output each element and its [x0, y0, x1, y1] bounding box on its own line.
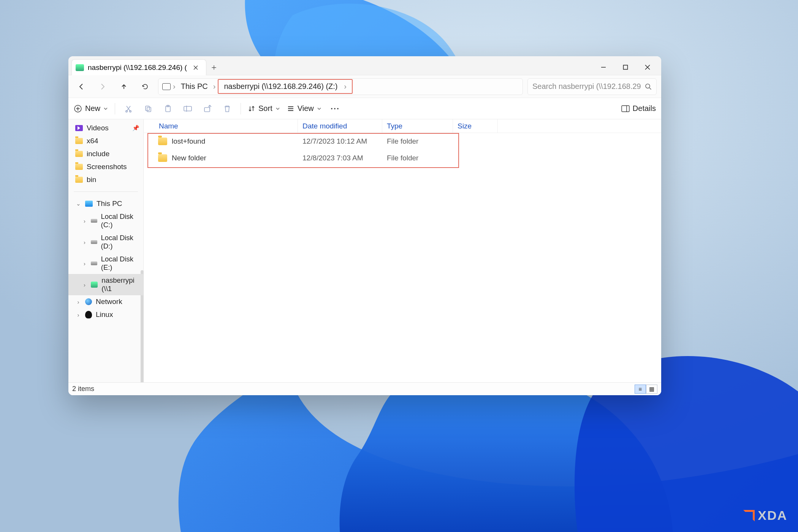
address-bar[interactable]: › This PC › nasberrypi (\\192.168.29.246… — [158, 78, 523, 95]
sidebar-item-nasberrypi[interactable]: › nasberrypi (\\1 — [68, 274, 143, 295]
chevron-right-icon: › — [173, 82, 176, 91]
plus-circle-icon — [74, 104, 82, 113]
sidebar-item-network[interactable]: › Network — [68, 295, 143, 308]
rename-button[interactable] — [181, 102, 194, 115]
folder-icon — [75, 177, 83, 183]
file-rows: lost+found 12/7/2023 10:12 AM File folde… — [144, 133, 661, 166]
up-button[interactable] — [116, 78, 132, 95]
close-window-button[interactable] — [638, 60, 657, 75]
navigation-bar: › This PC › nasberrypi (\\192.168.29.246… — [68, 75, 661, 98]
separator — [115, 103, 115, 114]
sidebar-item-screenshots[interactable]: Screenshots — [68, 160, 143, 173]
sidebar-divider — [74, 192, 138, 192]
svg-rect-15 — [622, 106, 629, 112]
tab-active[interactable]: nasberrypi (\\192.168.29.246) ( — [71, 59, 206, 75]
tab-close-button[interactable] — [191, 63, 201, 73]
details-pane-toggle[interactable]: Details — [621, 104, 656, 113]
view-icon — [287, 105, 294, 112]
folder-icon — [75, 164, 83, 170]
status-bar: 2 items ≡ ▦ — [68, 382, 661, 395]
sidebar-item-linux[interactable]: › Linux — [68, 308, 143, 321]
delete-button[interactable] — [221, 102, 234, 115]
column-header-size[interactable]: Size — [453, 119, 498, 133]
new-menu[interactable]: New — [74, 104, 108, 113]
chevron-down-icon — [103, 106, 108, 111]
chevron-down-icon — [317, 106, 321, 111]
breadcrumb-thispc[interactable]: This PC — [178, 81, 211, 92]
details-view-button[interactable]: ≡ — [635, 385, 646, 394]
view-menu[interactable]: View — [287, 104, 321, 113]
back-button[interactable] — [73, 78, 90, 95]
svg-point-12 — [331, 108, 332, 109]
svg-rect-7 — [147, 107, 151, 112]
separator — [241, 103, 241, 114]
copy-button[interactable] — [142, 102, 155, 115]
svg-point-14 — [337, 108, 339, 109]
paste-button[interactable] — [162, 102, 174, 115]
svg-point-2 — [646, 84, 650, 88]
view-mode-toggle: ≡ ▦ — [635, 385, 657, 394]
refresh-button[interactable] — [137, 78, 154, 95]
sidebar-item-disk-e[interactable]: › Local Disk (E:) — [68, 253, 143, 274]
titlebar: nasberrypi (\\192.168.29.246) ( ＋ — [68, 56, 661, 75]
chevron-right-icon: › — [344, 82, 347, 90]
sort-menu[interactable]: Sort — [248, 104, 280, 113]
new-tab-button[interactable]: ＋ — [206, 60, 222, 75]
main-area: Videos 📌 x64 include Screenshots — [68, 119, 661, 382]
chevron-down-icon — [276, 106, 280, 111]
column-header-type[interactable]: Type — [382, 119, 453, 133]
svg-point-13 — [334, 108, 336, 109]
maximize-button[interactable] — [616, 60, 635, 75]
column-header-date[interactable]: Date modified — [298, 119, 382, 133]
icons-view-button[interactable]: ▦ — [646, 385, 657, 394]
navigation-pane: Videos 📌 x64 include Screenshots — [68, 119, 144, 382]
share-button[interactable] — [201, 102, 214, 115]
more-button[interactable] — [328, 102, 341, 115]
column-header-name[interactable]: Name — [144, 119, 298, 133]
folder-icon — [75, 151, 83, 157]
search-placeholder: Search nasberrypi (\\192.168.29.2 — [532, 82, 641, 91]
svg-rect-11 — [204, 108, 210, 112]
network-drive-icon — [91, 282, 98, 288]
file-list-pane: Name Date modified Type Size lost+found … — [144, 119, 661, 382]
window-controls — [594, 58, 661, 75]
disk-icon — [91, 240, 97, 244]
tab-title: nasberrypi (\\192.168.29.246) ( — [88, 63, 187, 72]
sidebar-item-x64[interactable]: x64 — [68, 135, 143, 147]
sidebar-item-include[interactable]: include — [68, 147, 143, 160]
chevron-right-icon: › — [82, 218, 87, 224]
svg-rect-10 — [184, 106, 192, 111]
cut-button[interactable] — [122, 102, 135, 115]
pin-icon: 📌 — [132, 125, 139, 131]
xda-watermark: XDA — [743, 508, 787, 523]
sidebar-item-disk-c[interactable]: › Local Disk (C:) — [68, 210, 143, 231]
chevron-right-icon: › — [75, 312, 81, 318]
monitor-icon — [85, 201, 93, 207]
network-icon — [85, 298, 92, 305]
chevron-right-icon: › — [75, 299, 81, 305]
network-drive-icon — [76, 64, 84, 71]
sidebar-item-bin[interactable]: bin — [68, 173, 143, 186]
breadcrumb-current-highlighted[interactable]: nasberrypi (\\192.168.29.246) (Z:) › — [218, 79, 352, 94]
file-row[interactable]: lost+found 12/7/2023 10:12 AM File folde… — [144, 133, 661, 150]
xda-logo-icon — [743, 510, 755, 521]
chevron-right-icon: › — [82, 282, 87, 288]
minimize-button[interactable] — [594, 60, 613, 75]
sidebar-item-videos[interactable]: Videos 📌 — [68, 122, 143, 135]
forward-button[interactable] — [94, 78, 111, 95]
chevron-right-icon: › — [82, 239, 87, 245]
disk-icon — [91, 261, 97, 265]
search-icon — [645, 83, 652, 90]
file-row[interactable]: New folder 12/8/2023 7:03 AM File folder — [144, 150, 661, 166]
folder-icon — [158, 138, 167, 145]
command-bar: New Sort View Details — [68, 98, 661, 119]
folder-icon — [75, 138, 83, 144]
svg-rect-6 — [146, 106, 149, 111]
videos-icon — [75, 125, 83, 131]
sidebar-item-thispc[interactable]: ⌄ This PC — [68, 197, 143, 210]
chevron-right-icon: › — [213, 82, 216, 91]
linux-icon — [85, 311, 92, 318]
sidebar-item-disk-d[interactable]: › Local Disk (D:) — [68, 231, 143, 253]
search-box[interactable]: Search nasberrypi (\\192.168.29.2 — [527, 78, 657, 95]
folder-icon — [158, 154, 167, 162]
